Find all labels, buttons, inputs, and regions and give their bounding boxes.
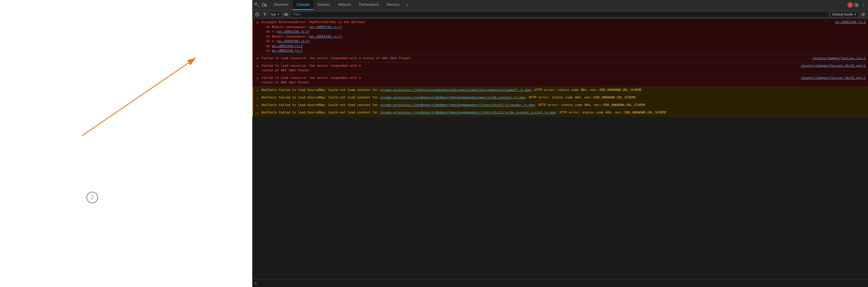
clear-console-btn[interactable] [254,11,260,18]
tab-sources[interactable]: Sources [313,0,334,10]
console-entry-favicon-ico: ⊗ Failed to load resource: the server re… [252,55,868,62]
svg-rect-4 [262,3,265,6]
console-entry-sourcemap-1: ⚠ DevTools failed to load SourceMap: Cou… [252,87,868,94]
levels-selector[interactable]: Default levels ▼ [830,11,859,17]
favicon-16-source[interactable]: /assets/images/favicon-16x16.png:1 [798,76,866,81]
console-input-line: > [252,279,868,287]
svg-line-7 [256,13,258,15]
inspect-icon[interactable] [253,1,260,8]
svg-line-1 [82,58,196,136]
devtools-topbar: Elements Console Sources Network Perform… [252,0,868,10]
svg-line-3 [257,5,259,7]
filter-input[interactable] [290,11,829,18]
console-entry-favicon-32: ⊗ Failed to load resource: the server re… [252,62,868,75]
svg-rect-2 [255,3,257,5]
warning-content-3: DevTools failed to load SourceMap: Could… [261,103,866,108]
sourcemap-link-3[interactable]: chrome-extension://nndknepjnldbdbepjfgmn… [380,103,535,107]
stack-link-3[interactable]: en.c8991fd4.js:1 [310,35,341,38]
stack-link-5[interactable]: en.c8991fd4.js:1 [272,44,303,48]
svg-point-8 [264,13,266,14]
sourcemap-link-2[interactable]: chrome-extension://nndknepjnldbdbepjfgmn… [380,95,525,99]
warning-content-1: DevTools failed to load SourceMap: Could… [261,88,866,93]
error-content-4: Failed to load resource: the server resp… [261,76,866,85]
device-icon[interactable] [261,1,268,8]
svg-point-11 [862,13,864,15]
close-devtools-btn[interactable]: ✕ [847,2,853,8]
console-entry-sourcemap-4: ⚠ DevTools failed to load SourceMap: Cou… [252,109,868,117]
filter-icon-btn[interactable] [261,11,268,18]
warning-icon-4: ⚠ [255,111,260,115]
warning-icon-3: ⚠ [255,103,260,108]
stack-link-2[interactable]: en.c8991fd4.js:1 [278,30,308,33]
error-badge: 4 [854,3,859,7]
annotation-arrow [0,0,252,287]
svg-point-10 [285,14,287,15]
error-icon-3: ⊗ [255,64,260,68]
stack-link-4[interactable]: en.c8991fd4.js:1 [278,39,308,43]
error-icon: ⊗ [255,20,260,25]
error-icon-2: ⊗ [255,56,260,61]
console-entry-sourcemap-3: ⚠ DevTools failed to load SourceMap: Cou… [252,102,868,109]
console-entry-sourcemap-2: ⚠ DevTools failed to load SourceMap: Cou… [252,94,868,102]
circle-annotation: YSXT [87,192,98,203]
tab-console[interactable]: Console [293,0,313,10]
tab-memory[interactable]: Memory [383,0,403,10]
eye-btn[interactable] [283,11,289,18]
devtools-tabs: Elements Console Sources Network Perform… [270,0,847,10]
stack-link-1[interactable]: en.c8991fd4.js:1 [310,25,341,29]
warning-content-2: DevTools failed to load SourceMap: Could… [261,95,866,100]
console-entry-reference-error: ⊗ Uncaught ReferenceError: MapProviderKe… [252,19,868,55]
error-source-link-1[interactable]: en.c8991fd4.js:1 [832,20,866,25]
tab-elements[interactable]: Elements [270,0,293,10]
levels-arrow-icon: ▼ [854,13,857,16]
console-toolbar: top ▼ Default levels ▼ [252,10,868,19]
more-tabs-btn[interactable]: » [403,0,410,10]
error-content: Uncaught ReferenceError: MapProviderKey … [261,20,866,53]
error-icon-4: ⊗ [255,76,260,81]
svg-rect-5 [265,4,267,6]
favicon-32-source[interactable]: /assets/images/favicon-32x32.png:1 [798,63,866,68]
context-selector[interactable]: top ▼ [269,11,282,17]
context-value: top [271,12,276,17]
error-content-2: Failed to load resource: the server resp… [261,56,866,61]
tab-performance[interactable]: Performance [355,0,383,10]
more-options-btn[interactable]: ⋮ [860,1,867,8]
error-content-3: Failed to load resource: the server resp… [261,63,866,73]
tab-network[interactable]: Network [334,0,355,10]
warning-icon-2: ⚠ [255,95,260,100]
console-input[interactable] [259,281,866,285]
devtools-panel: Elements Console Sources Network Perform… [252,0,868,287]
warning-content-4: DevTools failed to load SourceMap: Could… [261,110,866,115]
levels-label: Default levels [832,12,853,17]
topbar-right: ✕ 4 ⋮ [847,1,867,8]
console-entry-favicon-16: ⊗ Failed to load resource: the server re… [252,75,868,87]
warning-icon-1: ⚠ [255,88,260,93]
context-arrow-icon: ▼ [277,13,280,16]
sourcemap-link-1[interactable]: chrome-extension://hdokiejnpimakedhajhdl… [380,88,531,92]
devtools-icons [253,1,268,8]
console-prompt: > [255,281,257,285]
console-content: ⊗ Uncaught ReferenceError: MapProviderKe… [252,19,868,279]
browser-content-area: YSXT [0,0,252,287]
sourcemap-link-4[interactable]: chrome-extension://nndknepjnldbdbepjfgmn… [380,111,556,114]
settings-gear-btn[interactable] [860,11,866,18]
favicon-ico-source[interactable]: /assets/images/favicon.ico:1 [809,56,866,61]
stack-link-6[interactable]: en.c8991fd4.js:1 [272,49,303,53]
